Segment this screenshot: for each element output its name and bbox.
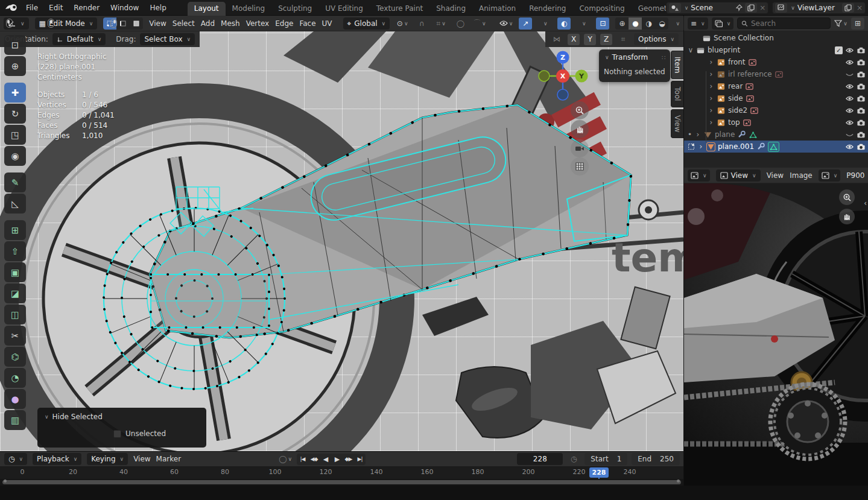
tool-move[interactable]: ✚: [4, 83, 26, 103]
filter-button[interactable]: ∨: [834, 17, 847, 30]
tab-rendering[interactable]: Rendering: [522, 2, 572, 16]
row-blueprint-collection[interactable]: ∨ blueprint ✓: [684, 44, 868, 56]
row-irl-reference[interactable]: › irl reference: [684, 68, 868, 80]
drag-mode-dropdown[interactable]: Select Box ∨: [140, 33, 195, 45]
tool-cursor[interactable]: ⊕: [4, 56, 26, 76]
unlink-scene-icon[interactable]: ×: [759, 4, 765, 12]
playhead[interactable]: 228: [589, 467, 609, 478]
menu-vertex[interactable]: Vertex: [246, 19, 270, 28]
snap-settings-dropdown[interactable]: ⌗∨: [434, 17, 448, 30]
shading-rendered-button[interactable]: ◒: [655, 17, 668, 30]
row-front[interactable]: › front: [684, 56, 868, 68]
tool-bevel[interactable]: ◪: [4, 283, 26, 303]
row-side2[interactable]: › side2: [684, 104, 868, 116]
tool-add-cube[interactable]: ⊞: [4, 220, 26, 240]
zoom-tool-icon[interactable]: [571, 101, 589, 119]
proportional-falloff-dropdown[interactable]: ⌒∨: [473, 17, 486, 30]
camera-visibility-icon[interactable]: [857, 130, 866, 139]
shading-solid-button[interactable]: ●: [629, 17, 642, 30]
menu-window[interactable]: Window: [105, 4, 144, 12]
operator-title[interactable]: Hide Selected: [52, 413, 103, 421]
viewport-canvas[interactable]: tem: [0, 31, 683, 451]
image-menu-view[interactable]: View: [767, 171, 784, 180]
mirror-z-button[interactable]: Z: [600, 34, 612, 45]
camera-visibility-icon[interactable]: [857, 118, 866, 127]
playback-dropdown[interactable]: Playback∨: [33, 453, 81, 465]
scene-icon[interactable]: [669, 3, 681, 13]
outliner-search[interactable]: [737, 17, 831, 29]
tool-tweak-select[interactable]: ⊡: [4, 35, 26, 55]
stopwatch-icon[interactable]: ◷: [567, 453, 580, 465]
tab-uv-editing[interactable]: UV Editing: [318, 2, 370, 16]
eye-icon[interactable]: [845, 46, 854, 55]
menu-select[interactable]: Select: [173, 19, 195, 28]
expand-icon[interactable]: ›: [708, 58, 714, 66]
tool-smooth[interactable]: ●: [4, 389, 26, 409]
mode-selector[interactable]: ▦ Edit Mode ∨: [35, 17, 98, 30]
play-reverse-button[interactable]: ◀: [320, 454, 331, 465]
menu-file[interactable]: File: [21, 4, 43, 12]
row-plane[interactable]: • › plane: [684, 128, 868, 141]
tab-item[interactable]: Item: [671, 51, 683, 79]
tool-spin[interactable]: ◔: [4, 368, 26, 388]
shading-wireframe-button[interactable]: ⊕: [615, 17, 629, 30]
menu-add[interactable]: Add: [201, 19, 215, 28]
eye-closed-icon[interactable]: [845, 130, 854, 139]
eye-icon[interactable]: [845, 118, 854, 127]
timeline-menu-view[interactable]: View: [133, 455, 150, 463]
tab-layout[interactable]: Layout: [188, 2, 226, 16]
scene-dropdown-icon[interactable]: ∨: [685, 5, 689, 11]
orientation-default-dropdown[interactable]: Default ∨: [52, 33, 106, 45]
menu-render[interactable]: Render: [68, 4, 105, 12]
tab-view[interactable]: View: [671, 109, 683, 138]
image-name[interactable]: P90045: [846, 171, 864, 180]
image-editor-canvas[interactable]: ‹: [684, 183, 868, 486]
gizmos-dropdown[interactable]: ∨: [538, 17, 551, 30]
search-input[interactable]: [751, 19, 826, 28]
image-pan-hand-icon[interactable]: [839, 209, 855, 224]
tool-measure[interactable]: ◺: [4, 194, 26, 214]
viewlayer-dropdown-icon[interactable]: ∨: [791, 5, 795, 11]
tool-scale[interactable]: ◳: [4, 125, 26, 145]
timeline-ruler[interactable]: 0 20 40 60 80 100 120 140 160 180 200 22…: [0, 466, 683, 479]
eye-icon[interactable]: [845, 82, 854, 91]
tab-shading[interactable]: Shading: [429, 2, 472, 16]
outliner-display-mode-button[interactable]: ∨: [712, 17, 734, 30]
mirror-y-button[interactable]: Y: [584, 34, 596, 45]
menu-help[interactable]: Help: [144, 4, 171, 12]
menu-uv[interactable]: UV: [322, 19, 332, 28]
snap-toggle[interactable]: ∩: [415, 17, 428, 30]
play-button[interactable]: ▶: [331, 454, 343, 465]
edge-select-mode-button[interactable]: [116, 17, 130, 30]
xray-toggle[interactable]: ⊡: [596, 17, 609, 30]
expand-icon[interactable]: ›: [695, 130, 701, 139]
tab-texture-paint[interactable]: Texture Paint: [370, 2, 429, 16]
image-mode-dropdown[interactable]: View ∨: [716, 169, 761, 182]
mirror-x-button[interactable]: X: [568, 34, 580, 45]
menu-edge[interactable]: Edge: [275, 19, 293, 28]
object-visibility-dropdown[interactable]: ∨: [499, 17, 513, 30]
viewlayer-name[interactable]: ViewLayer: [797, 4, 840, 12]
timeline-menu-marker[interactable]: Marker: [156, 455, 181, 463]
camera-visibility-icon[interactable]: [857, 58, 866, 67]
expand-icon[interactable]: ›: [708, 82, 714, 90]
proportional-editing-toggle[interactable]: ◯: [454, 17, 467, 30]
show-gizmos-toggle[interactable]: ↗: [519, 17, 532, 30]
mirror-icon[interactable]: ⋈: [550, 33, 563, 45]
eye-icon[interactable]: [845, 106, 854, 115]
eye-icon[interactable]: [845, 142, 854, 151]
image-menu-image[interactable]: Image: [790, 171, 813, 180]
viewlayer-icon[interactable]: [775, 3, 787, 13]
panel-grip-icon[interactable]: ∷: [662, 54, 665, 61]
expand-icon[interactable]: ›: [708, 118, 714, 127]
image-editor-type-button[interactable]: ∨: [688, 169, 710, 182]
camera-visibility-icon[interactable]: [857, 106, 866, 115]
new-scene-icon[interactable]: [745, 3, 757, 13]
collection-checkbox[interactable]: ✓: [835, 46, 843, 54]
tool-rotate[interactable]: ↻: [4, 104, 26, 124]
prev-keyframe-button[interactable]: ◀◆: [308, 454, 320, 465]
expand-icon[interactable]: ›: [708, 70, 714, 78]
expand-icon[interactable]: ›: [708, 106, 714, 115]
new-collection-button[interactable]: ⊞: [851, 17, 864, 30]
tab-animation[interactable]: Animation: [472, 2, 522, 16]
